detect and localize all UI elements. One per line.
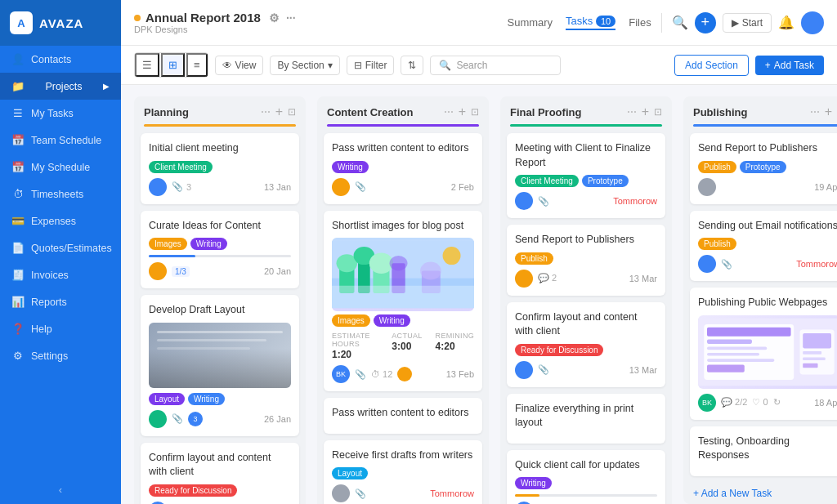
settings-icon[interactable]: ⚙ (269, 11, 280, 25)
card-footer: 📎 28 Jan (149, 502, 291, 505)
start-button[interactable]: ▶ Start (723, 13, 772, 33)
card-tags: Layout Writing (149, 393, 291, 405)
logo-icon: A (10, 11, 33, 34)
sidebar-item-my-tasks[interactable]: ☰ My Tasks (0, 100, 121, 127)
compact-view-button[interactable]: ≡ (186, 53, 208, 77)
sidebar-item-quotes[interactable]: 📄 Quotes/Estimates (0, 234, 121, 261)
actual-hours: ACTUAL 3:00 (392, 332, 422, 360)
card-title: Receive first drafts from writers (332, 448, 474, 463)
card-footer: BK 📎 ⏱ 12 13 Feb (332, 365, 474, 383)
column-planning-more[interactable]: ⋯ (261, 106, 271, 118)
search-placeholder: Search (456, 60, 487, 71)
contacts-icon: 👤 (11, 53, 25, 65)
add-task-button[interactable]: + Add Task (755, 56, 824, 75)
header: Annual Report 2018 ⚙ ··· DPK Designs Sum… (121, 0, 837, 46)
nav-files[interactable]: Files (629, 16, 651, 29)
content-border (327, 124, 479, 127)
column-content-more[interactable]: ⋯ (444, 106, 454, 118)
add-section-button[interactable]: Add Section (674, 55, 749, 76)
column-proofing-more[interactable]: ⋯ (627, 106, 637, 118)
user-avatar[interactable] (801, 11, 824, 34)
estimate-hours: ESTIMATE HOURS 1:20 (332, 332, 378, 360)
avatar (149, 178, 167, 196)
card-title: Quick client call for updates (515, 458, 657, 473)
card-footer: 📎 Tommorow (515, 192, 657, 210)
card-meta: 📎 (172, 413, 183, 424)
main-area: Annual Report 2018 ⚙ ··· DPK Designs Sum… (121, 0, 837, 504)
actual-label: ACTUAL (392, 332, 422, 340)
sidebar-item-expenses[interactable]: 💳 Expenses (0, 207, 121, 234)
notification-icon[interactable]: 🔔 (778, 15, 794, 30)
card-meeting-finalize: Meeting with Client to Finalize Report C… (507, 133, 665, 218)
project-title-area: Annual Report 2018 ⚙ ··· DPK Designs (134, 11, 296, 34)
column-content-expand[interactable]: ⊡ (471, 106, 479, 118)
tag-prototype: Prototype (582, 175, 629, 187)
sidebar-item-projects[interactable]: 📁 Projects ▶ (0, 73, 121, 100)
column-content-title: Content Creation (327, 106, 439, 118)
remaining-value: 4:20 (436, 341, 474, 352)
card-tags: Images Writing (149, 238, 291, 250)
nav-tasks[interactable]: Tasks 10 (566, 15, 615, 30)
avatar (698, 255, 716, 273)
card-tags: Layout (332, 467, 474, 479)
card-date: 20 Jan (264, 266, 291, 276)
heart-icon: ♡ 0 (752, 397, 768, 408)
column-proofing-expand[interactable]: ⊡ (654, 106, 662, 118)
tag-ready: Ready for Discussion (149, 484, 237, 497)
sidebar-collapse-button[interactable]: ‹ (0, 475, 121, 504)
sidebar-item-reports[interactable]: 📊 Reports (0, 288, 121, 315)
app-logo[interactable]: A AVAZA (0, 0, 121, 46)
card-meta: 💬 2 (538, 273, 557, 283)
card-send-report-publishers: Send Report to Publishers Publish Protot… (690, 133, 837, 204)
sidebar-item-team-schedule[interactable]: 📅 Team Schedule (0, 127, 121, 154)
sidebar-item-invoices[interactable]: 🧾 Invoices (0, 261, 121, 288)
toolbar: ☰ ⊞ ≡ 👁 View By Section ▾ ⊟ Filter ⇅ 🔍 S… (121, 46, 837, 85)
column-planning-expand[interactable]: ⊡ (288, 106, 296, 118)
tag-publish: Publish (698, 238, 736, 250)
column-publishing-more[interactable]: ⋯ (810, 106, 820, 118)
nav-summary[interactable]: Summary (507, 16, 553, 29)
more-icon[interactable]: ··· (286, 11, 296, 25)
remaining-hours: REMINING 4:20 (436, 332, 474, 360)
card-date: 2 Feb (451, 182, 474, 192)
column-planning-add[interactable]: + (275, 105, 283, 119)
column-proofing-title: Final Proofing (510, 106, 622, 118)
settings-icon: ⚙ (11, 350, 25, 362)
column-publishing: Publishing ⋯ + ⊡ Send Report to Publishe… (683, 96, 837, 504)
view-select[interactable]: 👁 View (215, 56, 264, 75)
avatar (149, 502, 167, 505)
tag-client-meeting: Client Meeting (515, 175, 579, 187)
column-publishing-add[interactable]: + (825, 105, 832, 119)
section-select[interactable]: By Section ▾ (270, 56, 339, 75)
sidebar-item-timesheets[interactable]: ⏱ Timesheets (0, 181, 121, 207)
card-tags: Publish Prototype (698, 161, 837, 173)
tag-client-meeting: Client Meeting (149, 161, 213, 173)
search-button[interactable]: 🔍 (672, 15, 688, 30)
search-box[interactable]: 🔍 Search (430, 56, 561, 75)
card-footer: 📎 Tommorow (698, 255, 837, 273)
sort-button[interactable]: ⇅ (401, 56, 423, 75)
section-label: By Section (277, 60, 324, 71)
avatar (332, 178, 350, 196)
card-date: 19 Apr (814, 182, 837, 192)
column-planning: Planning ⋯ + ⊡ Initial client meeting Cl… (134, 96, 306, 504)
filter-button[interactable]: ⊟ Filter (347, 56, 395, 75)
sidebar-item-settings[interactable]: ⚙ Settings (0, 342, 121, 369)
card-title: Initial client meeting (149, 141, 291, 156)
board-view-button[interactable]: ⊞ (161, 53, 185, 77)
add-publishing-task[interactable]: + Add a New Task (683, 483, 837, 504)
card-footer: 💬 2 13 Mar (515, 270, 657, 288)
column-content-add[interactable]: + (459, 105, 466, 119)
card-send-report: Send Report to Publishers Publish 💬 2 13… (507, 225, 665, 296)
svg-rect-20 (707, 359, 774, 362)
sidebar-item-my-schedule[interactable]: 📅 My Schedule (0, 154, 121, 181)
add-button[interactable]: + (695, 12, 716, 33)
column-proofing-add[interactable]: + (642, 105, 649, 119)
svg-rect-18 (707, 346, 767, 350)
sidebar-label-projects: Projects (45, 81, 82, 92)
list-view-button[interactable]: ☰ (135, 53, 159, 77)
column-planning-header: Planning ⋯ + ⊡ (134, 96, 306, 124)
sidebar-item-help[interactable]: ❓ Help (0, 315, 121, 342)
sidebar-item-contacts[interactable]: 👤 Contacts (0, 46, 121, 73)
card-title: Confirm layout and content with client (149, 451, 291, 479)
